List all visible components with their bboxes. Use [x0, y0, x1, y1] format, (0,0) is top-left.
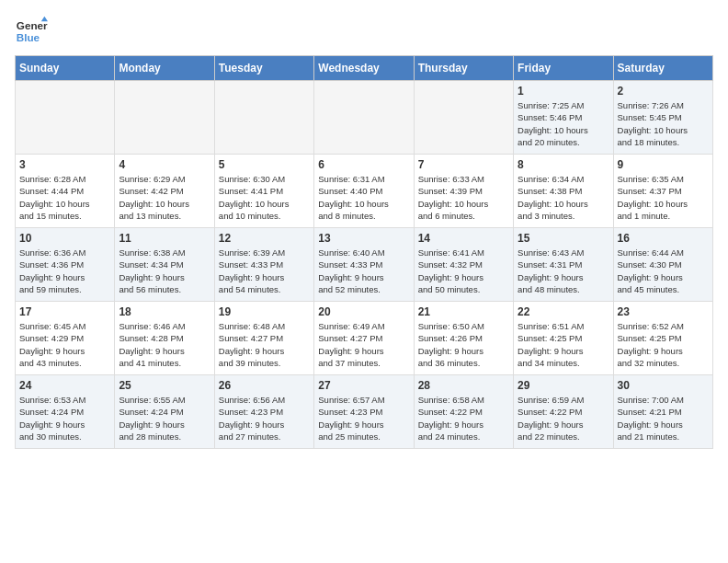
day-info: Sunrise: 6:30 AM Sunset: 4:41 PM Dayligh…: [219, 173, 310, 222]
weekday-header: Thursday: [414, 56, 513, 81]
day-info: Sunrise: 6:58 AM Sunset: 4:22 PM Dayligh…: [418, 394, 509, 442]
day-info: Sunrise: 6:31 AM Sunset: 4:40 PM Dayligh…: [318, 173, 409, 222]
logo: General Blue: [15, 15, 48, 48]
logo-icon: General Blue: [15, 15, 48, 48]
day-info: Sunrise: 6:49 AM Sunset: 4:27 PM Dayligh…: [318, 320, 409, 369]
calendar-cell: [414, 81, 513, 155]
day-info: Sunrise: 6:51 AM Sunset: 4:25 PM Dayligh…: [518, 320, 609, 369]
weekday-header: Monday: [115, 56, 214, 81]
calendar-cell: 9Sunrise: 6:35 AM Sunset: 4:37 PM Daylig…: [613, 155, 712, 228]
svg-text:Blue: Blue: [17, 31, 40, 43]
day-info: Sunrise: 6:46 AM Sunset: 4:28 PM Dayligh…: [119, 320, 210, 369]
day-number: 2: [618, 85, 709, 98]
day-number: 24: [19, 379, 110, 392]
day-number: 28: [418, 379, 509, 392]
calendar-cell: 11Sunrise: 6:38 AM Sunset: 4:34 PM Dayli…: [115, 228, 214, 302]
day-info: Sunrise: 6:55 AM Sunset: 4:24 PM Dayligh…: [119, 394, 210, 442]
calendar-cell: 5Sunrise: 6:30 AM Sunset: 4:41 PM Daylig…: [214, 155, 313, 228]
calendar-cell: 25Sunrise: 6:55 AM Sunset: 4:24 PM Dayli…: [115, 375, 214, 449]
day-number: 9: [618, 158, 709, 171]
day-info: Sunrise: 6:28 AM Sunset: 4:44 PM Dayligh…: [19, 173, 110, 222]
calendar-cell: 1Sunrise: 7:25 AM Sunset: 5:46 PM Daylig…: [514, 81, 613, 155]
calendar-cell: 29Sunrise: 6:59 AM Sunset: 4:22 PM Dayli…: [514, 375, 613, 449]
day-info: Sunrise: 6:53 AM Sunset: 4:24 PM Dayligh…: [19, 394, 110, 442]
header: General Blue: [15, 15, 713, 48]
calendar-cell: 4Sunrise: 6:29 AM Sunset: 4:42 PM Daylig…: [115, 155, 214, 228]
calendar-cell: [115, 81, 214, 155]
calendar-cell: 30Sunrise: 7:00 AM Sunset: 4:21 PM Dayli…: [613, 375, 712, 449]
calendar-cell: 16Sunrise: 6:44 AM Sunset: 4:30 PM Dayli…: [613, 228, 712, 302]
day-info: Sunrise: 6:48 AM Sunset: 4:27 PM Dayligh…: [219, 320, 310, 369]
calendar-cell: 19Sunrise: 6:48 AM Sunset: 4:27 PM Dayli…: [214, 302, 313, 375]
weekday-header: Tuesday: [214, 56, 313, 81]
calendar-cell: 14Sunrise: 6:41 AM Sunset: 4:32 PM Dayli…: [414, 228, 513, 302]
day-info: Sunrise: 7:00 AM Sunset: 4:21 PM Dayligh…: [618, 394, 709, 442]
day-number: 29: [518, 379, 609, 392]
day-info: Sunrise: 6:35 AM Sunset: 4:37 PM Dayligh…: [618, 173, 709, 222]
day-number: 7: [418, 158, 509, 171]
day-info: Sunrise: 6:57 AM Sunset: 4:23 PM Dayligh…: [318, 394, 409, 442]
day-number: 8: [518, 158, 609, 171]
calendar-cell: 23Sunrise: 6:52 AM Sunset: 4:25 PM Dayli…: [613, 302, 712, 375]
day-info: Sunrise: 6:50 AM Sunset: 4:26 PM Dayligh…: [418, 320, 509, 369]
day-info: Sunrise: 6:44 AM Sunset: 4:30 PM Dayligh…: [618, 247, 709, 295]
day-info: Sunrise: 6:34 AM Sunset: 4:38 PM Dayligh…: [518, 173, 609, 222]
day-number: 15: [518, 232, 609, 245]
day-number: 27: [318, 379, 409, 392]
calendar-cell: 22Sunrise: 6:51 AM Sunset: 4:25 PM Dayli…: [514, 302, 613, 375]
day-info: Sunrise: 7:26 AM Sunset: 5:45 PM Dayligh…: [618, 99, 709, 148]
day-number: 12: [219, 232, 310, 245]
day-info: Sunrise: 6:33 AM Sunset: 4:39 PM Dayligh…: [418, 173, 509, 222]
calendar-cell: 20Sunrise: 6:49 AM Sunset: 4:27 PM Dayli…: [314, 302, 414, 375]
calendar-cell: 10Sunrise: 6:36 AM Sunset: 4:36 PM Dayli…: [16, 228, 115, 302]
day-info: Sunrise: 7:25 AM Sunset: 5:46 PM Dayligh…: [518, 99, 609, 148]
calendar-cell: 27Sunrise: 6:57 AM Sunset: 4:23 PM Dayli…: [314, 375, 414, 449]
day-info: Sunrise: 6:39 AM Sunset: 4:33 PM Dayligh…: [219, 247, 310, 295]
calendar-table: SundayMondayTuesdayWednesdayThursdayFrid…: [15, 55, 713, 449]
day-number: 11: [119, 232, 210, 245]
calendar-cell: 8Sunrise: 6:34 AM Sunset: 4:38 PM Daylig…: [514, 155, 613, 228]
calendar-cell: 21Sunrise: 6:50 AM Sunset: 4:26 PM Dayli…: [414, 302, 513, 375]
day-info: Sunrise: 6:38 AM Sunset: 4:34 PM Dayligh…: [119, 247, 210, 295]
day-number: 10: [19, 232, 110, 245]
day-number: 1: [518, 85, 609, 98]
day-number: 14: [418, 232, 509, 245]
day-info: Sunrise: 6:43 AM Sunset: 4:31 PM Dayligh…: [518, 247, 609, 295]
day-info: Sunrise: 6:40 AM Sunset: 4:33 PM Dayligh…: [318, 247, 409, 295]
day-number: 22: [518, 305, 609, 318]
day-info: Sunrise: 6:36 AM Sunset: 4:36 PM Dayligh…: [19, 247, 110, 295]
calendar-cell: 26Sunrise: 6:56 AM Sunset: 4:23 PM Dayli…: [214, 375, 313, 449]
day-info: Sunrise: 6:29 AM Sunset: 4:42 PM Dayligh…: [119, 173, 210, 222]
day-number: 16: [618, 232, 709, 245]
weekday-header: Saturday: [613, 56, 712, 81]
weekday-header: Friday: [514, 56, 613, 81]
day-number: 3: [19, 158, 110, 171]
calendar-cell: 3Sunrise: 6:28 AM Sunset: 4:44 PM Daylig…: [16, 155, 115, 228]
calendar-cell: [314, 81, 414, 155]
calendar-cell: 15Sunrise: 6:43 AM Sunset: 4:31 PM Dayli…: [514, 228, 613, 302]
day-info: Sunrise: 6:41 AM Sunset: 4:32 PM Dayligh…: [418, 247, 509, 295]
calendar-cell: 2Sunrise: 7:26 AM Sunset: 5:45 PM Daylig…: [613, 81, 712, 155]
day-info: Sunrise: 6:45 AM Sunset: 4:29 PM Dayligh…: [19, 320, 110, 369]
calendar-cell: 17Sunrise: 6:45 AM Sunset: 4:29 PM Dayli…: [16, 302, 115, 375]
calendar-cell: 24Sunrise: 6:53 AM Sunset: 4:24 PM Dayli…: [16, 375, 115, 449]
calendar-cell: 7Sunrise: 6:33 AM Sunset: 4:39 PM Daylig…: [414, 155, 513, 228]
day-number: 19: [219, 305, 310, 318]
weekday-header: Wednesday: [314, 56, 414, 81]
day-info: Sunrise: 6:56 AM Sunset: 4:23 PM Dayligh…: [219, 394, 310, 442]
calendar-cell: 12Sunrise: 6:39 AM Sunset: 4:33 PM Dayli…: [214, 228, 313, 302]
day-number: 23: [618, 305, 709, 318]
day-number: 25: [119, 379, 210, 392]
day-number: 5: [219, 158, 310, 171]
day-number: 17: [19, 305, 110, 318]
day-info: Sunrise: 6:59 AM Sunset: 4:22 PM Dayligh…: [518, 394, 609, 442]
day-number: 18: [119, 305, 210, 318]
calendar-cell: 13Sunrise: 6:40 AM Sunset: 4:33 PM Dayli…: [314, 228, 414, 302]
day-number: 13: [318, 232, 409, 245]
day-number: 26: [219, 379, 310, 392]
weekday-header: Sunday: [16, 56, 115, 81]
day-number: 30: [618, 379, 709, 392]
calendar-cell: [16, 81, 115, 155]
day-number: 21: [418, 305, 509, 318]
calendar-cell: 6Sunrise: 6:31 AM Sunset: 4:40 PM Daylig…: [314, 155, 414, 228]
